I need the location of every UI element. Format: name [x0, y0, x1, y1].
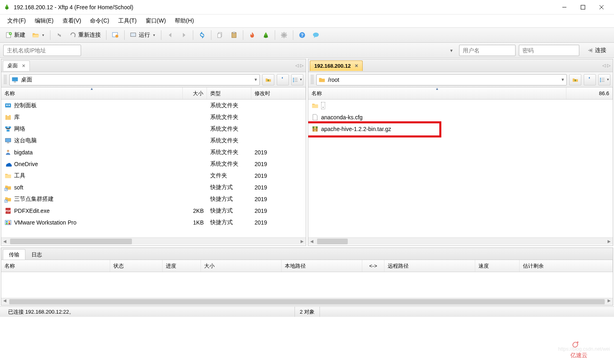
grip-icon — [311, 75, 314, 85]
close-icon[interactable]: ✕ — [22, 63, 25, 69]
svg-text:?: ? — [301, 33, 304, 37]
tab-prev-icon[interactable]: ◁ — [295, 63, 299, 68]
list-item[interactable]: 这台电脑系统文件夹 — [1, 135, 306, 146]
list-item[interactable]: OneDrive系统文件夹2019 — [1, 158, 306, 170]
refresh-button[interactable] — [584, 74, 596, 85]
menu-command[interactable]: 命令(C) — [86, 16, 113, 26]
separator — [50, 30, 50, 40]
list-item[interactable]: 工具文件夹2019 — [1, 170, 306, 181]
host-input[interactable] — [3, 45, 81, 56]
view-button[interactable]: ▼ — [291, 74, 303, 85]
up-button[interactable] — [262, 74, 274, 85]
archive-icon — [311, 125, 319, 133]
remote-hscrollbar[interactable]: ◀▶ — [308, 237, 613, 245]
transfer-body[interactable] — [1, 272, 613, 298]
svg-rect-19 — [14, 81, 16, 82]
fire-button[interactable] — [246, 29, 259, 41]
local-path-combo[interactable]: 桌面 ▼ — [9, 74, 260, 85]
menu-edit[interactable]: 编辑(E) — [31, 16, 58, 26]
tab-log[interactable]: 日志 — [25, 249, 48, 260]
chat-button[interactable] — [309, 29, 322, 41]
tcol-remote[interactable]: 远程路径 — [384, 260, 475, 272]
refresh-icon — [280, 77, 286, 83]
list-item[interactable]: PDFPDFXEdit.exe2KB快捷方式2019 — [1, 205, 306, 216]
list-item[interactable]: bigdata系统文件夹2019 — [1, 146, 306, 158]
remote-path-combo[interactable]: /root ▼ — [316, 74, 567, 85]
list-item[interactable]: anaconda-ks.cfg — [308, 111, 613, 123]
close-button[interactable] — [592, 1, 611, 14]
paste-button[interactable] — [228, 29, 240, 41]
tcol-local[interactable]: 本地路径 — [282, 260, 362, 272]
col-mtime[interactable]: 修改时 — [251, 87, 306, 99]
disconnect-button[interactable] — [53, 29, 66, 41]
col-size[interactable]: 大小 — [183, 87, 207, 99]
tab-desktop[interactable]: 桌面 ✕ — [3, 60, 30, 71]
close-icon[interactable]: ✕ — [355, 63, 358, 69]
tcol-progress[interactable]: 进度 — [163, 260, 201, 272]
run-button[interactable]: 运行 ▼ — [127, 29, 159, 41]
menu-help[interactable]: 帮助(H) — [171, 16, 198, 26]
copy-icon — [217, 31, 224, 39]
col-name[interactable]: ▲名称 — [308, 87, 566, 99]
menu-tools[interactable]: 工具(T) — [114, 16, 141, 26]
list-item[interactable]: . — [308, 100, 613, 111]
leaf-button[interactable] — [259, 29, 272, 41]
minimize-button[interactable] — [555, 1, 574, 14]
list-item[interactable]: 库系统文件夹 — [1, 111, 306, 123]
list-item[interactable]: VMware Workstation Pro1KB快捷方式2019 — [1, 216, 306, 228]
properties-button[interactable] — [109, 29, 122, 41]
tab-prev-icon[interactable]: ◁ — [602, 63, 606, 68]
menu-file[interactable]: 文件(F) — [3, 16, 30, 26]
forward-button[interactable] — [178, 29, 190, 41]
col-type[interactable]: 类型 — [207, 87, 251, 99]
menu-view[interactable]: 查看(V) — [58, 16, 86, 26]
tcol-size[interactable]: 大小 — [201, 260, 282, 272]
tab-next-icon[interactable]: ▷ — [607, 63, 610, 68]
tcol-status[interactable]: 状态 — [110, 260, 163, 272]
col-name[interactable]: ▲名称 — [1, 87, 183, 99]
remote-columns: ▲名称 86.6 — [308, 87, 613, 100]
transfer-hscrollbar[interactable]: ◀ ▶ — [1, 298, 613, 305]
new-button[interactable]: 新建 — [2, 29, 28, 41]
list-item[interactable]: 三节点集群搭建快捷方式2019 — [1, 193, 306, 205]
help-button[interactable]: ? — [296, 29, 309, 41]
chevron-down-icon: ▼ — [254, 77, 258, 82]
list-item[interactable]: apache-hive-1.2.2-bin.tar.gz — [308, 123, 613, 135]
copy-button[interactable] — [214, 29, 227, 41]
up-button[interactable] — [569, 74, 581, 85]
username-input[interactable] — [459, 45, 516, 56]
local-rows[interactable]: 控制面板系统文件夹库系统文件夹网络系统文件夹这台电脑系统文件夹bigdata系统… — [1, 100, 306, 237]
remote-rows[interactable]: .anaconda-ks.cfgapache-hive-1.2.2-bin.ta… — [308, 100, 613, 237]
menu-window[interactable]: 窗口(W) — [142, 16, 170, 26]
tab-remote-host[interactable]: 192.168.200.12 ✕ — [310, 60, 363, 71]
list-item[interactable]: soft快捷方式2019 — [1, 181, 306, 193]
svg-rect-33 — [6, 138, 11, 141]
tcol-arrow[interactable]: <-> — [362, 260, 384, 272]
ctrl-icon — [4, 102, 12, 109]
tab-next-icon[interactable]: ▷ — [300, 63, 303, 68]
local-tabs: 桌面 ✕ ◁ ▷ — [1, 59, 306, 72]
local-hscrollbar[interactable]: ◀▶ — [1, 237, 306, 245]
tcol-eta[interactable]: 估计剩余 — [520, 260, 613, 272]
col-size-trunc[interactable]: 86.6 — [566, 87, 613, 99]
svg-rect-46 — [600, 79, 601, 80]
connect-button[interactable]: 连接 — [583, 45, 611, 56]
tab-transfer[interactable]: 传输 — [3, 249, 25, 260]
list-item[interactable]: 控制面板系统文件夹 — [1, 100, 306, 111]
svg-point-35 — [7, 150, 9, 152]
settings-button[interactable] — [278, 29, 290, 41]
open-button[interactable]: ▼ — [29, 29, 48, 41]
chat-icon — [312, 31, 320, 39]
back-button[interactable] — [164, 29, 177, 41]
local-columns: ▲名称 大小 类型 修改时 — [1, 87, 306, 100]
maximize-button[interactable] — [574, 1, 592, 14]
tcol-name[interactable]: 名称 — [1, 260, 110, 272]
refresh-button[interactable] — [277, 74, 289, 85]
tcol-speed[interactable]: 速度 — [475, 260, 520, 272]
password-input[interactable] — [519, 45, 579, 56]
list-item[interactable]: 网络系统文件夹 — [1, 123, 306, 135]
file-icon — [311, 114, 319, 121]
sync-button[interactable] — [196, 29, 209, 41]
reconnect-button[interactable]: 重新连接 — [67, 29, 104, 41]
view-button[interactable]: ▼ — [598, 74, 610, 85]
